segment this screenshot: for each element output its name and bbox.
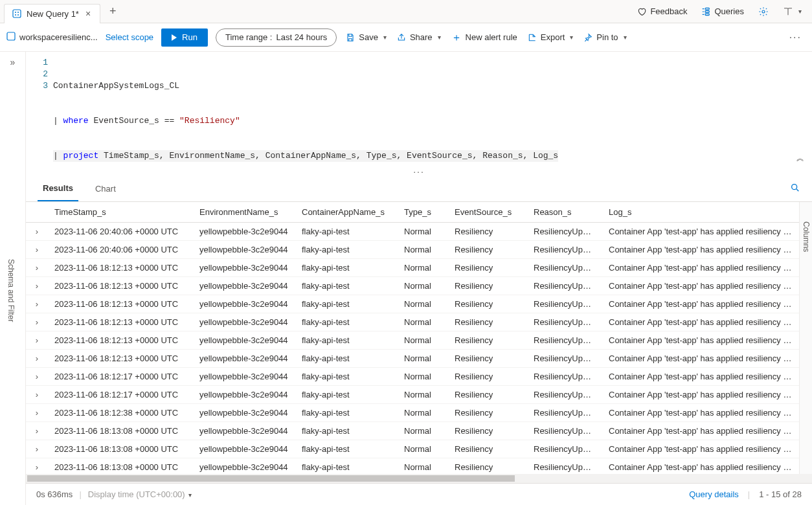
table-row[interactable]: ›2023-11-06 18:12:13 +0000 UTCyellowpebb… — [26, 259, 799, 277]
tab-results[interactable]: Results — [38, 176, 78, 201]
run-button[interactable]: Run — [161, 28, 208, 47]
table-header-row: TimeStamp_s EnvironmentName_s ContainerA… — [26, 202, 799, 223]
table-row[interactable]: ›2023-11-06 18:13:08 +0000 UTCyellowpebb… — [26, 458, 799, 475]
expand-row-icon[interactable]: › — [26, 422, 48, 440]
docs-button[interactable]: ▾ — [780, 4, 804, 19]
svg-point-1 — [15, 12, 16, 13]
feedback-button[interactable]: Feedback — [635, 4, 690, 19]
schema-filter-label[interactable]: Schema and Filter — [6, 259, 16, 322]
cell-app: flaky-api-test — [295, 259, 398, 277]
toolbar: workspaceresilienc... Select scope Run T… — [0, 23, 812, 52]
expand-row-icon[interactable]: › — [26, 404, 48, 422]
heart-icon — [637, 7, 646, 16]
expand-panel-icon[interactable]: » — [10, 57, 16, 67]
horizontal-scrollbar[interactable] — [26, 474, 812, 483]
cell-type: Normal — [398, 241, 448, 259]
svg-point-10 — [792, 185, 797, 190]
col-env[interactable]: EnvironmentName_s — [193, 202, 295, 223]
table-row[interactable]: ›2023-11-06 20:40:06 +0000 UTCyellowpebb… — [26, 223, 799, 241]
collapse-editor-icon[interactable]: ︽ — [796, 153, 804, 164]
chevron-down-icon: ▾ — [570, 34, 573, 41]
table-row[interactable]: ›2023-11-06 18:12:13 +0000 UTCyellowpebb… — [26, 295, 799, 313]
cell-type: Normal — [398, 259, 448, 277]
book-icon — [783, 6, 793, 17]
table-row[interactable]: ›2023-11-06 18:12:38 +0000 UTCyellowpebb… — [26, 404, 799, 422]
query-duration: 0s 636ms — [36, 489, 73, 499]
col-timestamp[interactable]: TimeStamp_s — [48, 202, 193, 223]
columns-panel-collapsed[interactable]: Columns — [799, 202, 812, 474]
cell-ts: 2023-11-06 18:12:13 +0000 UTC — [48, 313, 193, 331]
scroll-thumb[interactable] — [27, 475, 515, 482]
cell-env: yellowpebble-3c2e9044 — [193, 259, 295, 277]
table-row[interactable]: ›2023-11-06 18:12:17 +0000 UTCyellowpebb… — [26, 386, 799, 404]
cell-reason: ResiliencyUpdate — [527, 241, 602, 259]
cell-app: flaky-api-test — [295, 277, 398, 295]
share-label: Share — [410, 32, 433, 42]
expand-row-icon[interactable]: › — [26, 277, 48, 295]
expand-row-icon[interactable]: › — [26, 241, 48, 259]
chevron-down-icon: ▾ — [383, 34, 387, 41]
expand-row-icon[interactable]: › — [26, 313, 48, 331]
cell-app: flaky-api-test — [295, 223, 398, 241]
expand-row-icon[interactable]: › — [26, 458, 48, 475]
time-range-selector[interactable]: Time range : Last 24 hours — [216, 28, 337, 47]
expand-row-icon[interactable]: › — [26, 295, 48, 313]
col-log[interactable]: Log_s — [602, 202, 799, 223]
cell-ts: 2023-11-06 18:12:13 +0000 UTC — [48, 259, 193, 277]
workspace-name: workspaceresilienc... — [19, 32, 98, 42]
expand-row-icon[interactable]: › — [26, 259, 48, 277]
cell-app: flaky-api-test — [295, 458, 398, 475]
svg-point-4 — [17, 14, 19, 16]
code-editor[interactable]: 1 2 3 ContainerAppSystemLogs_CL | where … — [26, 52, 812, 166]
table-row[interactable]: ›2023-11-06 18:12:13 +0000 UTCyellowpebb… — [26, 313, 799, 331]
cell-log: Container App 'test-app' has applied res… — [602, 350, 799, 368]
cell-app: flaky-api-test — [295, 422, 398, 440]
expand-row-icon[interactable]: › — [26, 440, 48, 458]
table-row[interactable]: ›2023-11-06 18:12:13 +0000 UTCyellowpebb… — [26, 350, 799, 368]
search-icon[interactable] — [790, 183, 800, 195]
results-table-wrap[interactable]: TimeStamp_s EnvironmentName_s ContainerA… — [26, 202, 799, 474]
more-menu-button[interactable]: ··· — [785, 32, 806, 43]
expand-row-icon[interactable]: › — [26, 350, 48, 368]
save-button[interactable]: Save ▾ — [344, 30, 388, 45]
expand-row-icon[interactable]: › — [26, 386, 48, 404]
tab-chart[interactable]: Chart — [90, 176, 121, 201]
queries-button[interactable]: Queries — [699, 4, 747, 19]
close-tab-icon[interactable]: × — [84, 9, 92, 18]
expand-row-icon[interactable]: › — [26, 331, 48, 350]
cell-src: Resiliency — [448, 331, 527, 350]
table-row[interactable]: ›2023-11-06 18:13:08 +0000 UTCyellowpebb… — [26, 440, 799, 458]
results-tab-bar: Results Chart — [26, 176, 812, 202]
cell-type: Normal — [398, 277, 448, 295]
workspace-selector[interactable]: workspaceresilienc... — [6, 32, 98, 43]
cell-type: Normal — [398, 223, 448, 241]
table-row[interactable]: ›2023-11-06 18:13:08 +0000 UTCyellowpebb… — [26, 422, 799, 440]
settings-button[interactable] — [756, 4, 771, 19]
table-row[interactable]: ›2023-11-06 20:40:06 +0000 UTCyellowpebb… — [26, 241, 799, 259]
code-area[interactable]: ContainerAppSystemLogs_CL | where EventS… — [53, 52, 565, 166]
pin-icon — [583, 33, 592, 42]
resize-handle[interactable]: ··· — [26, 166, 812, 175]
export-button[interactable]: Export ▾ — [526, 30, 575, 45]
cell-reason: ResiliencyUpdate — [527, 422, 602, 440]
expand-row-icon[interactable]: › — [26, 223, 48, 241]
svg-rect-6 — [706, 10, 710, 12]
display-time[interactable]: Display time (UTC+00:00) ▾ — [88, 489, 192, 499]
export-icon — [528, 33, 537, 42]
query-details-link[interactable]: Query details — [689, 489, 739, 499]
table-row[interactable]: ›2023-11-06 18:12:13 +0000 UTCyellowpebb… — [26, 277, 799, 295]
col-type[interactable]: Type_s — [398, 202, 448, 223]
col-reason[interactable]: Reason_s — [527, 202, 602, 223]
expand-row-icon[interactable]: › — [26, 368, 48, 386]
table-row[interactable]: ›2023-11-06 18:12:17 +0000 UTCyellowpebb… — [26, 368, 799, 386]
col-source[interactable]: EventSource_s — [448, 202, 527, 223]
query-tab[interactable]: New Query 1* × — [4, 4, 100, 23]
pin-button[interactable]: Pin to ▾ — [582, 30, 627, 45]
share-button[interactable]: Share ▾ — [396, 30, 442, 45]
new-alert-button[interactable]: ＋ New alert rule — [450, 30, 519, 45]
table-row[interactable]: ›2023-11-06 18:12:13 +0000 UTCyellowpebb… — [26, 331, 799, 350]
col-app[interactable]: ContainerAppName_s — [295, 202, 398, 223]
new-tab-button[interactable]: + — [104, 2, 122, 21]
cell-log: Container App 'test-app' has applied res… — [602, 404, 799, 422]
select-scope-link[interactable]: Select scope — [106, 32, 153, 42]
